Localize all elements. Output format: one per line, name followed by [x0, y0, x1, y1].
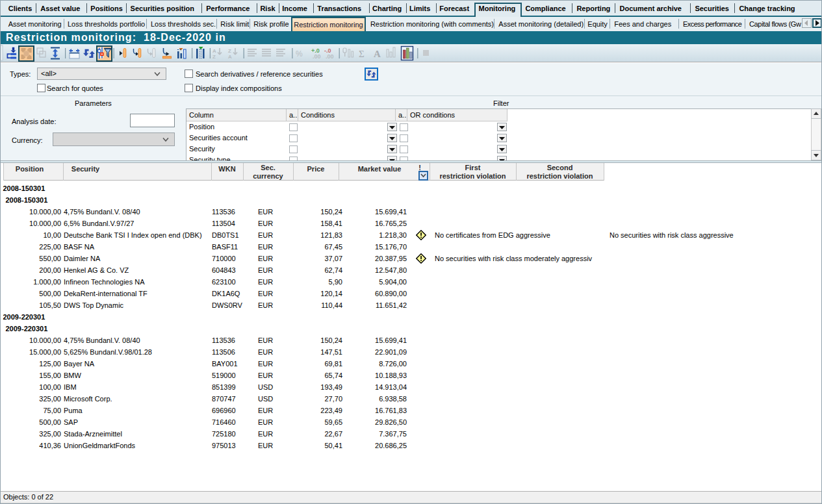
svg-text:A: A [228, 54, 232, 60]
svg-text:A: A [212, 48, 216, 54]
svg-text:Z: Z [228, 48, 231, 54]
svg-text:.00: .00 [313, 53, 321, 60]
svg-text:%: % [296, 49, 303, 58]
svg-text:Σ: Σ [359, 49, 365, 59]
svg-text:.00: .00 [326, 53, 334, 60]
svg-text:A: A [374, 49, 381, 59]
svg-text:Z: Z [212, 54, 216, 60]
